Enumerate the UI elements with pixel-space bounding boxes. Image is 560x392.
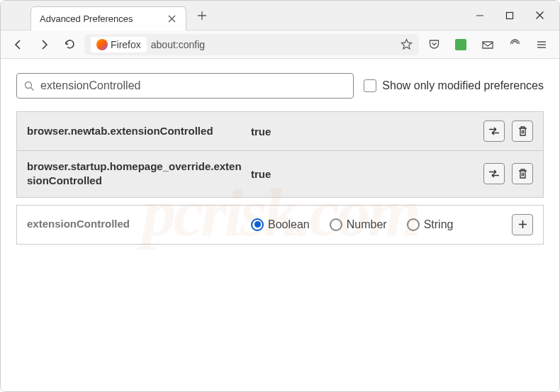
svg-point-1 (26, 82, 32, 88)
pref-search-box[interactable] (16, 73, 354, 99)
identity-badge[interactable]: Firefox (91, 37, 147, 52)
radio-icon (407, 218, 420, 231)
mail-icon[interactable] (477, 34, 498, 55)
extension-icon[interactable] (450, 34, 471, 55)
add-button[interactable] (512, 214, 533, 235)
pref-row[interactable]: browser.startup.homepage_override.extens… (17, 151, 543, 198)
pref-row[interactable]: browser.newtab.extensionControlled true (17, 112, 543, 151)
pref-name: browser.newtab.extensionControlled (27, 124, 244, 138)
minimize-button[interactable] (474, 10, 486, 21)
new-pref-name: extensionControlled (27, 217, 244, 231)
navigation-toolbar: Firefox about:config (1, 30, 559, 59)
new-pref-table: extensionControlled Boolean Number Strin… (16, 205, 544, 245)
toggle-button[interactable] (483, 163, 505, 184)
pocket-icon[interactable] (423, 34, 444, 55)
tab-active[interactable]: Advanced Preferences (30, 6, 186, 30)
menu-button[interactable] (531, 34, 552, 55)
radio-label: Boolean (268, 218, 310, 231)
checkbox-icon (364, 79, 376, 92)
show-modified-checkbox[interactable]: Show only modified preferences (364, 79, 544, 92)
pref-value: true (251, 125, 476, 138)
url-text: about:config (151, 39, 396, 50)
radio-icon (251, 218, 264, 231)
back-button[interactable] (8, 34, 29, 55)
prefs-table: browser.newtab.extensionControlled true … (16, 111, 544, 198)
radio-string[interactable]: String (407, 218, 454, 231)
reload-button[interactable] (59, 34, 80, 55)
radio-boolean[interactable]: Boolean (251, 218, 310, 231)
close-icon[interactable] (166, 13, 177, 24)
forward-button[interactable] (33, 34, 55, 55)
pref-name: browser.startup.homepage_override.extens… (27, 159, 244, 189)
radio-icon (330, 218, 342, 231)
pref-search-input[interactable] (40, 79, 346, 92)
bookmark-star-icon[interactable] (401, 38, 413, 50)
identity-label: Firefox (111, 39, 141, 50)
delete-button[interactable] (512, 163, 533, 184)
toggle-button[interactable] (483, 121, 505, 142)
radio-label: Number (347, 218, 387, 231)
pref-value: true (251, 168, 476, 180)
content-area: Show only modified preferences browser.n… (1, 59, 559, 391)
checkbox-label-text: Show only modified preferences (382, 79, 544, 92)
new-tab-button[interactable] (192, 6, 212, 26)
svg-rect-0 (507, 12, 513, 18)
titlebar: Advanced Preferences (1, 1, 559, 30)
shield-icon[interactable] (504, 34, 525, 55)
new-pref-row: extensionControlled Boolean Number Strin… (17, 206, 543, 245)
maximize-button[interactable] (504, 10, 515, 21)
urlbar[interactable]: Firefox about:config (84, 34, 419, 55)
close-window-button[interactable] (534, 10, 545, 21)
tab-title: Advanced Preferences (40, 13, 133, 24)
radio-label: String (424, 218, 454, 231)
radio-number[interactable]: Number (330, 218, 387, 231)
firefox-icon (96, 39, 108, 50)
search-icon (24, 81, 35, 91)
delete-button[interactable] (512, 121, 533, 142)
